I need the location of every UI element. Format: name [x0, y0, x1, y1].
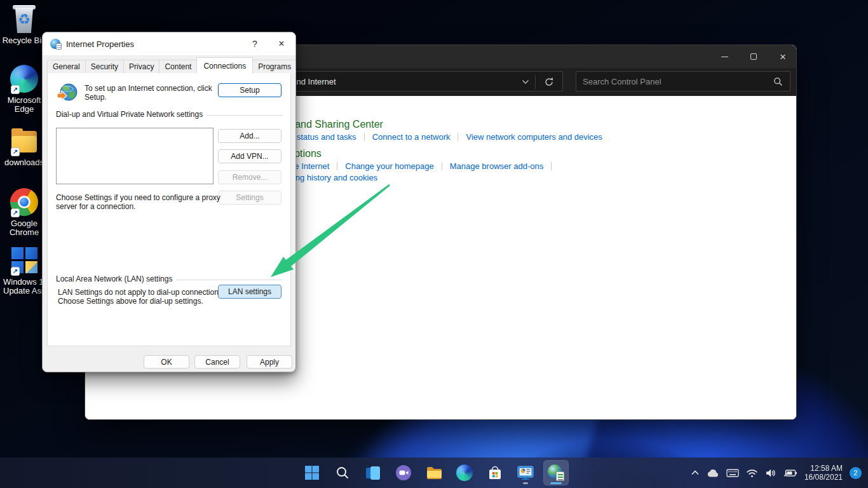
settings-button[interactable]: Settings — [218, 191, 281, 205]
recycle-bin-icon: ♻ — [9, 4, 39, 34]
chevron-up-icon — [691, 470, 700, 476]
onedrive-icon[interactable] — [707, 468, 719, 478]
help-button[interactable]: ? — [242, 39, 268, 49]
vpn-connections-listbox[interactable] — [56, 128, 214, 184]
search-icon — [336, 466, 349, 480]
add-button[interactable]: Add... — [218, 129, 281, 143]
speaker-icon — [765, 468, 776, 478]
connections-tab-page: To set up an Internet connection, click … — [47, 71, 291, 346]
close-button[interactable]: × — [778, 52, 787, 61]
cancel-button[interactable]: Cancel — [194, 355, 240, 369]
desktop-icon-google-chrome[interactable]: ↗ Google Chrome — [0, 187, 48, 237]
lan-settings-button[interactable]: LAN settings — [218, 285, 281, 299]
internet-properties-icon — [548, 464, 564, 481]
chrome-icon: ↗ — [9, 187, 39, 217]
running-indicator — [523, 482, 528, 484]
tab-security[interactable]: Security — [85, 60, 124, 73]
task-view-icon — [365, 464, 381, 481]
internet-properties-dialog: Internet Properties ? × General Security… — [42, 32, 296, 372]
desktop-icon-windows-update-assistant[interactable]: ↗ Windows 10 Update Assistant — [0, 245, 48, 295]
control-panel-button[interactable] — [513, 460, 538, 485]
dialog-title: Internet Properties — [66, 39, 134, 49]
control-panel-icon — [517, 464, 534, 481]
tab-content[interactable]: Content — [159, 60, 197, 73]
folder-icon — [426, 464, 443, 482]
add-vpn-button[interactable]: Add VPN... — [218, 149, 281, 163]
tab-connections[interactable]: Connections — [196, 57, 253, 74]
search-button[interactable] — [330, 460, 355, 485]
ok-button[interactable]: OK — [144, 355, 189, 369]
edge-icon: ↗ — [9, 64, 39, 94]
internet-connection-globe-icon — [56, 81, 79, 104]
tray-time: 12:58 AM — [804, 464, 843, 473]
link-connect-to-network[interactable]: Connect to a network — [372, 132, 451, 142]
recycle-symbol-icon: ♻ — [9, 13, 39, 27]
tray-date: 16/08/2021 — [804, 473, 843, 482]
shortcut-arrow-icon: ↗ — [11, 267, 20, 276]
volume-icon[interactable] — [765, 468, 776, 478]
chat-camera-icon — [395, 464, 412, 481]
wifi-icon[interactable] — [746, 468, 758, 478]
keyboard-icon — [726, 468, 739, 478]
windows-logo-icon: ↗ — [9, 245, 39, 276]
desktop-icon-downloads[interactable]: ↗ downloads — [0, 126, 48, 167]
notification-badge[interactable]: 2 — [850, 467, 862, 479]
desktop-icon-microsoft-edge[interactable]: ↗ Microsoft Edge — [0, 64, 48, 114]
lan-group-label: Local Area Network (LAN) settings — [56, 274, 283, 283]
link-view-network-computers[interactable]: View network computers and devices — [466, 132, 602, 142]
dialog-titlebar[interactable]: Internet Properties ? × — [43, 32, 295, 55]
dialup-group-label: Dial-up and Virtual Private Network sett… — [56, 110, 283, 119]
shortcut-arrow-icon: ↗ — [11, 85, 20, 94]
taskbar: 12:58 AM 16/08/2021 2 — [0, 458, 868, 488]
proxy-hint: Choose Settings if you need to configure… — [56, 193, 220, 211]
close-icon[interactable]: × — [268, 38, 295, 50]
lan-hint: LAN Settings do not apply to dial-up con… — [58, 288, 224, 306]
internet-properties-icon — [50, 39, 60, 49]
search-box — [576, 71, 790, 92]
task-view-button[interactable] — [360, 460, 386, 485]
apply-button[interactable]: Apply — [247, 355, 292, 369]
start-button[interactable] — [299, 460, 325, 485]
edge-icon — [456, 464, 473, 481]
store-bag-icon — [487, 464, 503, 481]
tab-programs[interactable]: Programs — [252, 60, 296, 73]
chat-button[interactable] — [391, 460, 416, 485]
desktop-icon-recycle-bin[interactable]: ♻ Recycle Bin — [0, 4, 48, 45]
search-input[interactable] — [576, 72, 790, 91]
touch-keyboard-icon[interactable] — [726, 468, 739, 478]
hidden-icons-chevron[interactable] — [691, 470, 700, 476]
tab-privacy[interactable]: Privacy — [123, 60, 159, 73]
link-manage-browser-addons[interactable]: Manage browser add-ons — [450, 161, 543, 171]
file-explorer-button[interactable] — [421, 460, 447, 485]
link-change-homepage[interactable]: Change your homepage — [345, 161, 434, 171]
refresh-icon[interactable] — [543, 76, 555, 88]
chevron-down-icon[interactable] — [522, 79, 529, 85]
tab-strip: General Security Privacy Content Connect… — [47, 57, 296, 73]
microsoft-store-button[interactable] — [482, 460, 508, 485]
remove-button[interactable]: Remove... — [218, 170, 281, 184]
search-icon[interactable] — [773, 77, 783, 86]
maximize-button[interactable] — [749, 52, 758, 61]
cloud-icon — [707, 468, 719, 478]
wifi-icon — [746, 468, 758, 478]
minimize-button[interactable] — [720, 52, 729, 61]
clock[interactable]: 12:58 AM 16/08/2021 — [804, 464, 843, 482]
windows-logo-icon — [304, 465, 320, 480]
shortcut-arrow-icon: ↗ — [11, 147, 20, 156]
battery-icon[interactable] — [783, 468, 797, 478]
setup-button[interactable]: Setup — [218, 83, 281, 97]
setup-description: To set up an Internet connection, click … — [85, 84, 212, 102]
tab-general[interactable]: General — [47, 60, 86, 73]
battery-charging-icon — [783, 468, 797, 478]
shortcut-arrow-icon: ↗ — [11, 208, 20, 217]
edge-button[interactable] — [452, 460, 477, 485]
desktop: ♻ Recycle Bin ↗ Microsoft Edge ↗ downloa… — [0, 0, 868, 488]
folder-icon: ↗ — [9, 126, 39, 156]
internet-properties-button[interactable] — [543, 460, 569, 485]
active-indicator — [550, 482, 562, 484]
